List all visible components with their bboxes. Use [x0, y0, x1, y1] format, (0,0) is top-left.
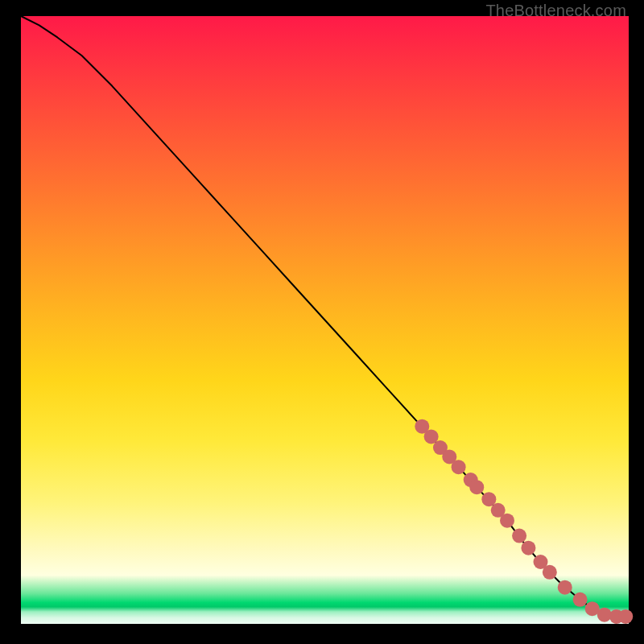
- point-highlighted-points: [618, 609, 633, 624]
- plot-area: [21, 16, 629, 624]
- point-highlighted-points: [573, 592, 588, 607]
- point-highlighted-points: [500, 514, 514, 528]
- point-highlighted-points: [512, 529, 526, 543]
- point-highlighted-points: [521, 541, 535, 555]
- curve-bottleneck-curve: [21, 16, 629, 617]
- point-highlighted-points: [597, 608, 612, 622]
- point-highlighted-points: [558, 580, 572, 595]
- point-highlighted-points: [469, 480, 484, 494]
- point-highlighted-points: [452, 460, 466, 474]
- point-highlighted-points: [543, 565, 557, 580]
- chart-svg: [21, 16, 629, 624]
- chart-stage: TheBottleneck.com: [0, 0, 644, 644]
